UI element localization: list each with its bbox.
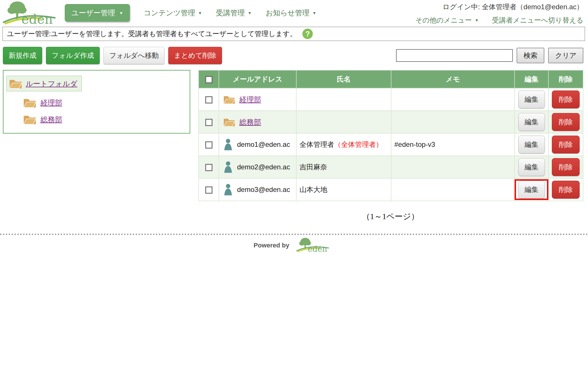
delete-button[interactable]: 削除: [552, 90, 580, 108]
page-footer: Powered by eden: [0, 234, 588, 254]
eden-footer-logo-text: eden: [308, 245, 327, 252]
user-icon: [223, 138, 233, 151]
eden-logo[interactable]: eden: [2, 1, 57, 26]
search-group: 検索 クリア: [396, 48, 583, 63]
user-mail: demo3@eden.ac: [237, 186, 290, 194]
chevron-down-icon: ▼: [475, 18, 479, 22]
memo-cell: [391, 111, 515, 133]
page-description-bar: ユーザー管理:ユーザーを管理します。受講者も管理者もすべてユーザーとして管理しま…: [2, 27, 585, 41]
create-folder-button[interactable]: フォルダ作成: [46, 47, 100, 64]
user-mail: demo2@eden.ac: [237, 163, 290, 171]
table-row: demo3@eden.ac 山本大地 編集 削除: [199, 178, 583, 201]
powered-by-label: Powered by: [254, 242, 289, 249]
nav-notice-management-label: お知らせ管理: [266, 8, 310, 18]
select-all-header: [199, 70, 219, 88]
select-all-checkbox[interactable]: [205, 76, 212, 83]
table-header-row: メールアドレス 氏名 メモ 編集 削除: [199, 70, 583, 88]
app-header: eden ユーザー管理 ▼ コンテンツ管理 ▼ 受講管理 ▼ お知らせ管理 ▼ …: [0, 0, 588, 25]
bulk-delete-button[interactable]: まとめて削除: [168, 47, 222, 64]
folder-link[interactable]: 経理部: [239, 95, 261, 104]
switch-to-student-menu-link[interactable]: 受講者メニューへ切り替える: [492, 16, 583, 25]
nav-user-management[interactable]: ユーザー管理 ▼: [65, 4, 130, 22]
folder-icon: [9, 78, 22, 89]
create-user-button[interactable]: 新規作成: [3, 47, 42, 64]
delete-button[interactable]: 削除: [552, 113, 580, 131]
header-account-area: ログイン中: 全体管理者（demo1@eden.ac） その他のメニュー ▼ 受…: [415, 1, 583, 25]
name-cell: 全体管理者（全体管理者）: [296, 133, 391, 156]
main-nav: ユーザー管理 ▼ コンテンツ管理 ▼ 受講管理 ▼ お知らせ管理 ▼: [65, 4, 316, 22]
nav-attendance-management-label: 受講管理: [216, 8, 245, 18]
row-checkbox[interactable]: [205, 164, 212, 171]
nav-user-management-label: ユーザー管理: [71, 8, 115, 18]
main-content: ルートフォルダ 経理部 総務部: [3, 70, 583, 222]
edit-button[interactable]: 編集: [518, 181, 545, 199]
user-table-area: メールアドレス 氏名 メモ 編集 削除 経理部 編集 削除: [198, 70, 583, 222]
folder-icon: [223, 95, 235, 104]
edit-button[interactable]: 編集: [518, 90, 545, 108]
chevron-down-icon: ▼: [119, 11, 123, 15]
pagination-label: （1～1ページ）: [198, 211, 583, 222]
nav-notice-management[interactable]: お知らせ管理 ▼: [266, 8, 317, 18]
tree-item-folder[interactable]: 経理部: [23, 97, 186, 108]
table-row: demo2@eden.ac 吉田麻奈 編集 削除: [199, 156, 583, 178]
row-checkbox[interactable]: [205, 141, 212, 149]
name-cell: 山本大地: [296, 178, 391, 201]
row-checkbox[interactable]: [205, 186, 212, 194]
delete-button[interactable]: 削除: [552, 136, 580, 153]
delete-button[interactable]: 削除: [552, 181, 580, 199]
edit-button[interactable]: 編集: [518, 136, 545, 153]
row-checkbox[interactable]: [205, 119, 212, 126]
column-header-memo: メモ: [391, 70, 515, 88]
nav-attendance-management[interactable]: 受講管理 ▼: [216, 8, 252, 18]
clear-button[interactable]: クリア: [548, 48, 583, 63]
folder-link[interactable]: 経理部: [40, 98, 62, 108]
chevron-down-icon: ▼: [198, 11, 202, 15]
user-table: メールアドレス 氏名 メモ 編集 削除 経理部 編集 削除: [198, 70, 583, 201]
chevron-down-icon: ▼: [248, 11, 252, 15]
dotted-divider: [0, 234, 588, 235]
name-cell: 吉田麻奈: [296, 156, 391, 178]
name-cell: [296, 88, 391, 111]
folder-icon: [23, 97, 36, 108]
name-cell: [296, 111, 391, 133]
folder-link[interactable]: 総務部: [239, 117, 261, 127]
tree-item-root-folder[interactable]: ルートフォルダ: [6, 76, 82, 91]
nav-content-management-label: コンテンツ管理: [144, 8, 195, 18]
row-checkbox[interactable]: [205, 96, 212, 103]
user-icon: [223, 161, 233, 173]
table-row: 経理部 編集 削除: [199, 88, 583, 111]
edit-button[interactable]: 編集: [518, 158, 545, 176]
login-status: ログイン中: 全体管理者（demo1@eden.ac）: [415, 2, 583, 12]
table-row: demo1@eden.ac 全体管理者（全体管理者） #eden-top-v3 …: [199, 133, 583, 156]
folder-link[interactable]: 総務部: [40, 115, 62, 124]
delete-button[interactable]: 削除: [552, 158, 580, 176]
toolbar: 新規作成 フォルダ作成 フォルダへ移動 まとめて削除 検索 クリア: [3, 47, 583, 64]
user-mail: demo1@eden.ac: [237, 140, 290, 149]
edit-button[interactable]: 編集: [518, 113, 545, 131]
eden-footer-logo: eden: [291, 237, 334, 254]
page-description-text: ユーザー管理:ユーザーを管理します。受講者も管理者もすべてユーザーとして管理しま…: [7, 29, 297, 38]
memo-cell: [391, 178, 515, 201]
tree-item-folder[interactable]: 総務部: [23, 114, 186, 125]
nav-content-management[interactable]: コンテンツ管理 ▼: [144, 8, 202, 18]
search-input[interactable]: [396, 49, 513, 62]
search-button[interactable]: 検索: [517, 48, 544, 63]
root-folder-link[interactable]: ルートフォルダ: [26, 79, 77, 88]
chevron-down-icon: ▼: [312, 11, 316, 15]
other-menu-label: その他のメニュー: [415, 16, 472, 25]
folder-icon: [23, 114, 36, 125]
memo-cell: [391, 88, 515, 111]
help-icon[interactable]: ?: [302, 29, 313, 39]
column-header-mail: メールアドレス: [219, 70, 296, 88]
folder-tree-panel: ルートフォルダ 経理部 総務部: [3, 70, 190, 134]
user-icon: [223, 183, 233, 196]
memo-cell: #eden-top-v3: [391, 133, 515, 156]
folder-icon: [223, 117, 235, 127]
role-note: （全体管理者）: [334, 140, 383, 148]
memo-cell: [391, 156, 515, 178]
column-header-name: 氏名: [296, 70, 391, 88]
eden-logo-text: eden: [21, 12, 53, 25]
other-menu-link[interactable]: その他のメニュー ▼: [415, 16, 479, 25]
table-row: 総務部 編集 削除: [199, 111, 583, 133]
move-to-folder-button[interactable]: フォルダへ移動: [103, 47, 164, 64]
